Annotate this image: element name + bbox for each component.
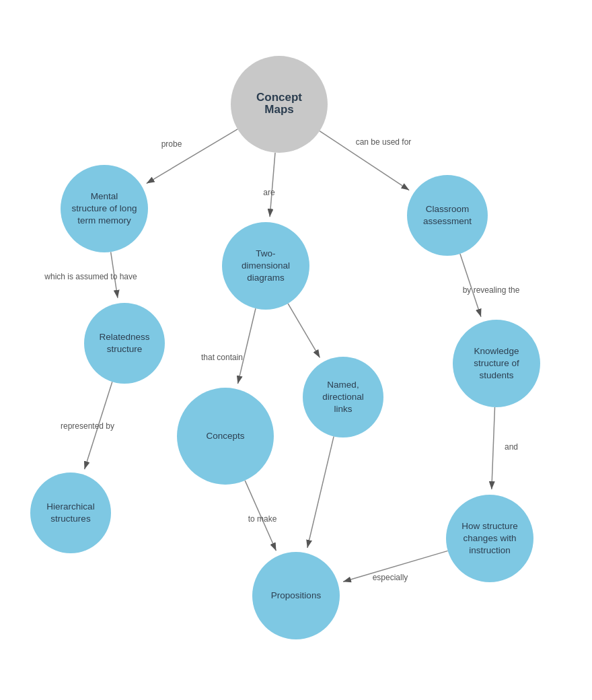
node-label-mental-structure: Mental bbox=[91, 191, 118, 201]
node-how-structure: How structurechanges withinstruction bbox=[446, 495, 533, 582]
node-label-concept-maps: Maps bbox=[264, 103, 293, 116]
node-mental-structure: Mentalstructure of longterm memory bbox=[61, 165, 148, 252]
edge-label: probe bbox=[161, 139, 182, 149]
node-label-relatedness-structure: Relatedness bbox=[99, 332, 149, 342]
concept-map: probearecan be used forwhich is assumed … bbox=[0, 0, 592, 700]
svg-line-10 bbox=[307, 436, 334, 548]
node-hierarchical: Hierarchicalstructures bbox=[30, 473, 111, 553]
node-named-links: Named,directionallinks bbox=[303, 357, 383, 438]
edge-label: and bbox=[505, 442, 518, 452]
node-knowledge-structure: Knowledgestructure ofstudents bbox=[453, 320, 540, 407]
node-label-classroom-assessment: Classroom bbox=[426, 204, 470, 214]
node-label-hierarchical: structures bbox=[50, 514, 91, 524]
node-label-concepts: Concepts bbox=[206, 431, 244, 441]
node-label-propositions: Propositions bbox=[271, 590, 322, 600]
edge-label: to make bbox=[248, 514, 277, 524]
node-two-dimensional: Two-dimensionaldiagrams bbox=[222, 222, 309, 310]
node-label-how-structure: instruction bbox=[469, 545, 511, 555]
node-label-named-links: links bbox=[334, 404, 352, 414]
node-label-named-links: directional bbox=[322, 392, 364, 402]
node-classroom-assessment: Classroomassessment bbox=[407, 175, 488, 256]
node-label-hierarchical: Hierarchical bbox=[46, 501, 94, 512]
node-label-named-links: Named, bbox=[327, 380, 359, 390]
node-concept-maps: ConceptMaps bbox=[231, 56, 328, 153]
svg-line-5 bbox=[237, 308, 256, 384]
svg-line-11 bbox=[492, 407, 495, 489]
node-label-knowledge-structure: structure of bbox=[474, 358, 519, 368]
edge-label: can be used for bbox=[356, 137, 412, 147]
node-concepts: Concepts bbox=[177, 388, 274, 485]
node-propositions: Propositions bbox=[252, 552, 340, 639]
edge-label: are bbox=[263, 188, 275, 197]
svg-line-2 bbox=[270, 153, 275, 217]
node-label-two-dimensional: dimensional bbox=[242, 260, 290, 271]
node-label-two-dimensional: Two- bbox=[256, 248, 275, 258]
node-label-relatedness-structure: structure bbox=[107, 344, 143, 354]
node-label-mental-structure: structure of long bbox=[72, 203, 137, 213]
node-label-knowledge-structure: students bbox=[479, 370, 513, 380]
edge-label: by revealing the bbox=[463, 285, 520, 295]
edge-label: especially bbox=[373, 573, 408, 582]
node-label-classroom-assessment: assessment bbox=[423, 216, 472, 226]
node-label-two-dimensional: diagrams bbox=[247, 273, 285, 283]
edge-label: represented by bbox=[61, 421, 114, 431]
node-label-how-structure: changes with bbox=[464, 533, 517, 543]
edge-label: that contain bbox=[201, 353, 243, 362]
node-label-how-structure: How structure bbox=[461, 521, 517, 531]
node-relatedness-structure: Relatednessstructure bbox=[84, 303, 165, 384]
node-label-knowledge-structure: Knowledge bbox=[474, 346, 519, 356]
edge-label: which is assumed to have bbox=[44, 272, 137, 281]
svg-line-6 bbox=[288, 304, 320, 357]
svg-line-1 bbox=[147, 129, 237, 184]
node-label-concept-maps: Concept bbox=[256, 91, 302, 104]
node-label-mental-structure: term memory bbox=[77, 215, 131, 225]
